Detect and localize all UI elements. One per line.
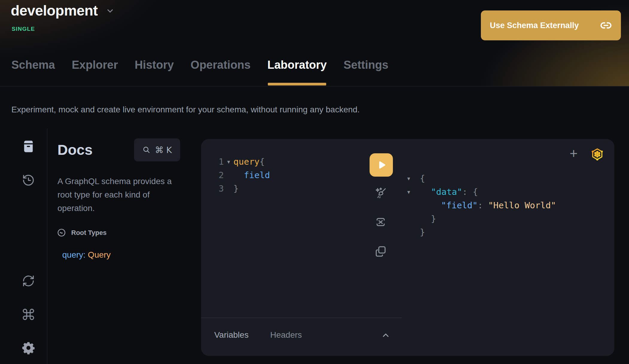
fold-toggle-icon[interactable]: ▾ xyxy=(407,185,417,199)
page-header: development SINGLE Use Schema Externally… xyxy=(0,0,629,86)
response-data-line: "data": { xyxy=(431,185,478,199)
use-schema-externally-label: Use Schema Externally xyxy=(490,21,579,30)
refetch-schema-button[interactable] xyxy=(22,274,35,288)
project-selector[interactable]: development xyxy=(11,2,115,19)
response-line: ▾ "data": { xyxy=(407,185,556,199)
execute-query-button[interactable] xyxy=(370,153,393,177)
target-type-badge: SINGLE xyxy=(12,26,35,32)
editor-footer-divider xyxy=(201,318,402,318)
chevron-down-icon xyxy=(106,6,115,15)
root-types-section: Root Types xyxy=(57,228,107,237)
tab-schema[interactable]: Schema xyxy=(11,59,55,86)
prettify-button[interactable] xyxy=(374,187,387,200)
search-icon xyxy=(142,146,151,155)
laboratory-page: development SINGLE Use Schema Externally… xyxy=(0,0,629,364)
docs-description: A GraphQL schema provides a root type fo… xyxy=(57,175,188,215)
use-schema-externally-button[interactable]: Use Schema Externally xyxy=(481,10,621,40)
tab-variables[interactable]: Variables xyxy=(214,330,249,340)
response-viewer: ▾ { ▾ "data": { "field": "Hello World" }… xyxy=(407,172,556,239)
tab-history[interactable]: History xyxy=(135,59,174,86)
docs-search-button[interactable]: ⌘ K xyxy=(134,138,180,161)
response-field-line: "field": "Hello World" xyxy=(441,199,556,212)
code-line: } xyxy=(233,182,238,195)
response-line: } xyxy=(407,212,556,226)
settings-sidebar-button[interactable] xyxy=(22,341,35,355)
prettify-icon xyxy=(374,187,387,200)
copy-query-button[interactable] xyxy=(374,245,387,258)
play-icon xyxy=(376,160,387,170)
root-types-icon xyxy=(57,228,66,237)
tab-settings[interactable]: Settings xyxy=(344,59,388,86)
tab-operations[interactable]: Operations xyxy=(191,59,251,86)
gear-icon xyxy=(22,341,35,355)
line-number: 3 xyxy=(216,182,224,195)
editor-line: 2 field xyxy=(216,169,270,182)
merge-icon xyxy=(374,215,387,229)
add-tab-button[interactable]: + xyxy=(567,145,580,162)
page-subtitle: Experiment, mock and create live environ… xyxy=(11,105,360,114)
sidebar-divider xyxy=(47,129,47,364)
root-type-name[interactable]: Query xyxy=(88,250,111,259)
project-title: development xyxy=(11,2,98,19)
editor-line: 3 } xyxy=(216,182,270,195)
response-line: } xyxy=(407,226,556,239)
docs-panel-title: Docs xyxy=(57,142,92,158)
code-line: query{ xyxy=(233,155,265,169)
refresh-icon xyxy=(22,274,35,288)
root-types-label: Root Types xyxy=(71,229,107,237)
merge-fragments-button[interactable] xyxy=(374,215,387,229)
collapse-editor-tools-button[interactable] xyxy=(381,330,391,340)
root-separator: : xyxy=(83,250,88,259)
chevron-up-icon xyxy=(381,330,391,340)
history-sidebar-button[interactable] xyxy=(22,173,35,187)
line-number: 1 xyxy=(216,155,224,169)
shortcuts-sidebar-button[interactable] xyxy=(22,308,35,321)
copy-icon xyxy=(374,245,387,258)
command-icon xyxy=(22,308,35,321)
response-line: ▾ { xyxy=(407,172,556,185)
tab-explorer[interactable]: Explorer xyxy=(72,59,118,86)
link-icon xyxy=(600,19,612,31)
target-nav-tabs: Schema Explorer History Operations Labor… xyxy=(11,59,388,86)
docs-sidebar-button[interactable] xyxy=(22,140,35,153)
query-editor[interactable]: 1 ▾ query{ 2 field 3 } xyxy=(216,155,270,195)
search-shortcut-label: ⌘ K xyxy=(155,145,172,155)
response-line: "field": "Hello World" xyxy=(407,199,556,212)
hive-logo-icon[interactable] xyxy=(590,147,604,161)
tab-headers[interactable]: Headers xyxy=(270,330,302,340)
fold-toggle-icon[interactable]: ▾ xyxy=(224,155,233,169)
root-field-name: query xyxy=(62,250,83,259)
line-number: 2 xyxy=(216,169,224,182)
graphiql-panel: 1 ▾ query{ 2 field 3 } xyxy=(201,139,614,356)
history-icon xyxy=(22,173,35,187)
editor-line: 1 ▾ query{ xyxy=(216,155,270,169)
tab-laboratory[interactable]: Laboratory xyxy=(267,59,326,86)
code-line: field xyxy=(244,169,270,182)
book-icon xyxy=(22,140,35,153)
root-query-link[interactable]: query: Query xyxy=(62,250,111,260)
fold-toggle-icon[interactable]: ▾ xyxy=(407,172,417,185)
